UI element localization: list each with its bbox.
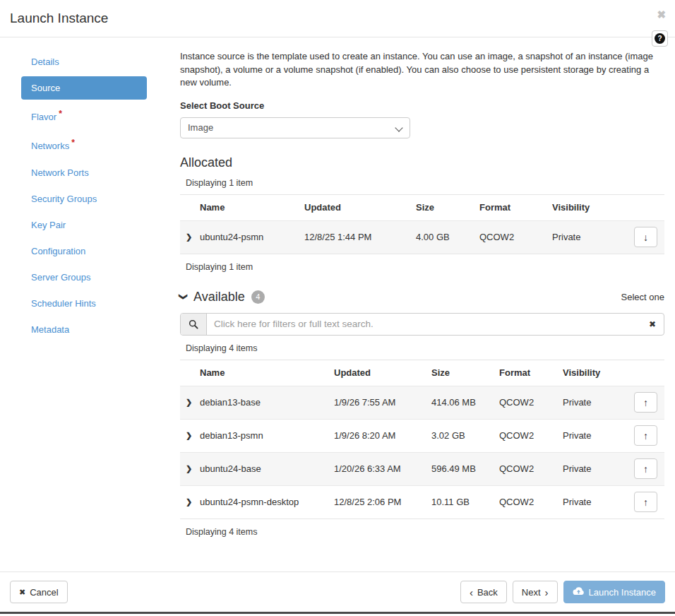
sidebar-item-metadata[interactable]: Metadata (21, 318, 147, 341)
image-format: QCOW2 (499, 397, 563, 408)
allocated-heading: Allocated (180, 155, 664, 170)
allocated-table-header: Name Updated Size Format Visibility (180, 195, 664, 220)
table-row: ❯ debian13-base 1/9/26 7:55 AM 414.06 MB… (180, 386, 664, 419)
available-table-header: Name Updated Size Format Visibility (180, 360, 664, 386)
column-header-format: Format (499, 367, 563, 378)
image-format: QCOW2 (499, 497, 563, 507)
available-heading: Available (193, 290, 245, 304)
allocate-button[interactable]: ↑ (634, 392, 657, 413)
image-name: ubuntu24-base (200, 463, 334, 474)
column-header-visibility: Visibility (552, 202, 625, 213)
arrow-up-icon: ↑ (643, 430, 648, 442)
image-visibility: Private (563, 430, 625, 441)
image-format: QCOW2 (499, 430, 563, 441)
image-name: debian13-psmn (200, 430, 334, 441)
image-updated: 1/9/26 8:20 AM (334, 430, 431, 441)
arrow-up-icon: ↑ (643, 397, 648, 408)
image-size: 4.00 GB (416, 232, 479, 242)
image-name: debian13-base (200, 397, 334, 408)
table-row: ❯ debian13-psmn 1/9/26 8:20 AM 3.02 GB Q… (180, 419, 664, 452)
filter-search-bar: ✖ (180, 313, 664, 336)
chevron-right-icon[interactable]: ❯ (180, 232, 200, 242)
allocated-count-top: Displaying 1 item (186, 178, 664, 188)
sidebar-item-network-ports[interactable]: Network Ports (21, 161, 147, 184)
sidebar-item-key-pair[interactable]: Key Pair (21, 213, 147, 237)
modal-header: Launch Instance ✖ (0, 0, 675, 37)
next-button[interactable]: Next › (513, 581, 558, 603)
cloud-upload-icon (573, 586, 585, 598)
boot-source-label: Select Boot Source (180, 100, 664, 111)
sidebar-item-source[interactable]: Source (21, 76, 147, 100)
cancel-button[interactable]: ✖ Cancel (10, 581, 68, 603)
image-updated: 1/20/26 6:33 AM (334, 463, 431, 474)
sidebar-item-server-groups[interactable]: Server Groups (21, 266, 147, 289)
clear-icon[interactable]: ✖ (641, 314, 664, 335)
sidebar-item-security-groups[interactable]: Security Groups (21, 187, 147, 211)
chevron-right-icon[interactable]: ❯ (180, 497, 200, 507)
image-name: ubuntu24-psmn-desktop (200, 497, 334, 507)
column-header-size: Size (431, 367, 499, 378)
allocated-count-bottom: Displaying 1 item (186, 262, 664, 272)
image-updated: 12/8/25 2:06 PM (334, 497, 431, 507)
sidebar-item-configuration[interactable]: Configuration (21, 239, 147, 263)
table-row: ❯ ubuntu24-psmn-desktop 12/8/25 2:06 PM … (180, 485, 664, 519)
image-format: QCOW2 (479, 232, 552, 242)
arrow-up-icon: ↑ (643, 463, 648, 475)
help-icon: ? (655, 33, 665, 44)
chevron-right-icon[interactable]: ❯ (180, 464, 200, 473)
column-header-name: Name (200, 367, 334, 378)
select-one-hint: Select one (621, 292, 664, 302)
allocate-button[interactable]: ↑ (634, 492, 657, 512)
launch-instance-modal: Launch Instance ✖ ? Details Source Flavo… (0, 0, 675, 616)
page-title: Launch Instance (10, 11, 108, 26)
available-count-top: Displaying 4 items (186, 343, 664, 353)
sidebar-item-flavor[interactable]: Flavor* (21, 102, 147, 129)
image-visibility: Private (563, 397, 625, 408)
count-badge: 4 (251, 290, 265, 304)
image-size: 596.49 MB (431, 463, 499, 474)
column-header-updated: Updated (334, 367, 431, 378)
required-asterisk: * (71, 138, 75, 148)
column-header-size: Size (416, 202, 479, 213)
column-header-name: Name (200, 202, 304, 213)
allocate-button[interactable]: ↑ (634, 458, 657, 479)
modal-footer: ✖ Cancel ‹ Back Next › Launch Instance (0, 571, 675, 612)
deallocate-button[interactable]: ↓ (634, 227, 657, 247)
chevron-right-icon[interactable]: ❯ (180, 398, 200, 407)
table-row: ❯ ubuntu24-base 1/20/26 6:33 AM 596.49 M… (180, 452, 664, 485)
available-count-bottom: Displaying 4 items (186, 527, 664, 537)
modal-window: Launch Instance ✖ ? Details Source Flavo… (0, 0, 675, 612)
image-format: QCOW2 (499, 463, 563, 474)
arrow-up-icon: ↑ (643, 497, 648, 508)
search-icon (181, 314, 207, 335)
launch-instance-button[interactable]: Launch Instance (563, 581, 665, 603)
available-table: Name Updated Size Format Visibility ❯ de… (180, 360, 664, 519)
table-row: ❯ ubuntu24-psmn 12/8/25 1:44 PM 4.00 GB … (180, 220, 664, 254)
sidebar-item-networks[interactable]: Networks* (21, 131, 147, 158)
arrow-down-icon: ↓ (643, 232, 648, 243)
back-button[interactable]: ‹ Back (460, 581, 507, 603)
search-input[interactable] (207, 314, 641, 335)
chevron-down-icon[interactable]: ❯ (179, 293, 189, 300)
column-header-visibility: Visibility (563, 367, 625, 378)
help-button[interactable]: ? (652, 30, 668, 47)
image-visibility: Private (563, 497, 625, 507)
image-visibility: Private (552, 232, 625, 242)
chevron-right-icon: › (545, 586, 549, 598)
modal-bottom-edge (0, 612, 675, 614)
chevron-left-icon: ‹ (470, 586, 473, 598)
image-updated: 1/9/26 7:55 AM (334, 397, 431, 408)
allocated-table: Name Updated Size Format Visibility ❯ ub… (180, 194, 664, 254)
image-size: 10.11 GB (431, 497, 499, 507)
chevron-right-icon[interactable]: ❯ (180, 431, 200, 440)
column-header-format: Format (479, 202, 552, 213)
close-icon[interactable]: ✖ (657, 8, 666, 21)
required-asterisk: * (59, 109, 62, 119)
boot-source-select[interactable]: Image (180, 117, 410, 138)
allocate-button[interactable]: ↑ (634, 425, 657, 446)
source-step-content: Instance source is the template used to … (180, 37, 664, 571)
image-updated: 12/8/25 1:44 PM (304, 232, 416, 242)
sidebar-item-details[interactable]: Details (21, 50, 147, 73)
wizard-sidebar: Details Source Flavor* Networks* Network… (21, 37, 147, 571)
sidebar-item-scheduler-hints[interactable]: Scheduler Hints (21, 292, 147, 315)
